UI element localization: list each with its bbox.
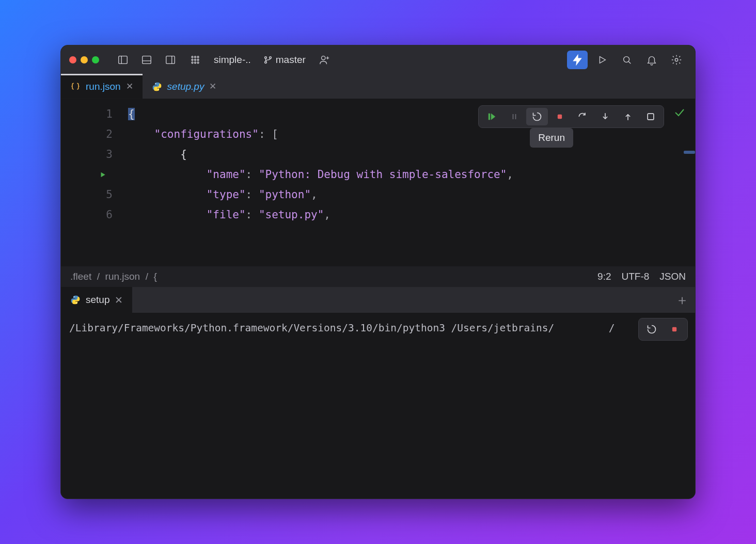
close-window-button[interactable]: [69, 56, 76, 63]
run-panel-tab[interactable]: setup ✕: [61, 287, 132, 313]
python-icon: [152, 82, 162, 92]
svg-point-11: [197, 59, 199, 61]
run-gutter-icon[interactable]: [99, 165, 106, 185]
ide-window: simple-.. master run.json✕setup.: [60, 45, 696, 499]
panel-tab-label: setup: [86, 294, 109, 306]
editor-area[interactable]: 12356 { "configurations": [ { "name": "P…: [61, 99, 695, 266]
svg-point-14: [197, 62, 199, 63]
language-indicator[interactable]: JSON: [659, 271, 686, 282]
svg-point-36: [74, 296, 75, 297]
line-number: 2: [61, 124, 128, 145]
encoding-indicator[interactable]: UTF-8: [621, 271, 649, 282]
svg-rect-38: [672, 327, 676, 331]
stop-button[interactable]: [549, 108, 571, 125]
json-icon: [70, 82, 81, 92]
svg-point-9: [192, 59, 193, 61]
terminal-toolbar: [638, 318, 688, 341]
svg-point-10: [195, 59, 196, 61]
bottom-panel-toggle[interactable]: [136, 51, 157, 69]
svg-rect-2: [143, 56, 151, 64]
branch-indicator[interactable]: master: [259, 54, 310, 66]
apps-grid-icon[interactable]: [185, 51, 206, 69]
pause-button[interactable]: [503, 108, 525, 125]
run-icon[interactable]: [592, 51, 612, 69]
tab-label: run.json: [86, 81, 121, 92]
svg-point-26: [158, 89, 159, 90]
close-icon[interactable]: ✕: [115, 294, 123, 306]
svg-point-37: [76, 302, 77, 303]
svg-rect-0: [119, 56, 128, 64]
search-icon[interactable]: [617, 51, 637, 69]
line-number: 1: [61, 104, 128, 124]
add-panel-tab-button[interactable]: ＋: [669, 287, 695, 313]
svg-rect-32: [558, 115, 562, 119]
terminal-rerun-button[interactable]: [641, 321, 663, 338]
cursor-position[interactable]: 9:2: [597, 271, 611, 282]
svg-marker-29: [491, 114, 495, 120]
project-name[interactable]: simple-..: [210, 54, 255, 66]
terminal-stop-button[interactable]: [664, 321, 685, 338]
terminal-panel[interactable]: /Library/Frameworks/Python.framework/Ver…: [61, 313, 695, 499]
step-out-button[interactable]: [617, 108, 639, 125]
minimap-indicator: [684, 151, 695, 154]
titlebar: simple-.. master: [61, 45, 695, 74]
bottom-panel-tabstrip: setup ✕ ＋: [61, 287, 695, 313]
tab-label: setup.py: [167, 81, 204, 92]
add-collaborator-icon[interactable]: [314, 51, 335, 69]
svg-rect-35: [648, 114, 654, 120]
svg-rect-28: [489, 114, 490, 120]
left-panel-toggle[interactable]: [113, 51, 133, 69]
branch-icon: [263, 55, 273, 65]
svg-point-6: [192, 56, 193, 58]
minimize-window-button[interactable]: [81, 56, 88, 63]
svg-marker-21: [600, 57, 605, 63]
analysis-ok-icon[interactable]: [673, 106, 686, 121]
smart-mode-icon[interactable]: [567, 51, 588, 69]
step-into-button[interactable]: [594, 108, 616, 125]
gutter: 12356: [61, 99, 128, 266]
rerun-tooltip: Rerun: [530, 128, 573, 148]
resume-button[interactable]: [481, 108, 502, 125]
line-number: 5: [61, 185, 128, 205]
window-controls: [69, 56, 99, 63]
code-line[interactable]: {: [128, 145, 695, 165]
svg-point-15: [264, 57, 266, 59]
editor-tab-setup-py[interactable]: setup.py✕: [143, 74, 226, 99]
svg-rect-4: [166, 56, 175, 64]
panel-toggle-group: [113, 51, 181, 69]
code-line[interactable]: "file": "setup.py",: [128, 205, 695, 225]
right-panel-toggle[interactable]: [160, 51, 181, 69]
editor-tabstrip: run.json✕setup.py✕: [61, 74, 695, 99]
svg-point-25: [155, 83, 156, 84]
breadcrumb-bar: .fleet / run.json / { 9:2 UTF-8 JSON: [61, 266, 695, 287]
debug-toolbar: [478, 105, 664, 128]
line-number: [61, 165, 128, 185]
svg-point-22: [624, 57, 629, 62]
code-line[interactable]: "name": "Python: Debug with simple-sales…: [128, 165, 695, 185]
line-number: 3: [61, 145, 128, 165]
step-over-button[interactable]: [572, 108, 593, 125]
terminal-output: /Library/Frameworks/Python.framework/Ver…: [69, 322, 687, 334]
svg-line-23: [628, 61, 631, 63]
editor-tab-run-json[interactable]: run.json✕: [61, 74, 143, 99]
svg-point-17: [269, 57, 271, 59]
settings-icon[interactable]: [666, 51, 687, 69]
zoom-window-button[interactable]: [92, 56, 99, 63]
svg-point-12: [192, 62, 193, 63]
svg-point-13: [195, 62, 196, 63]
svg-point-16: [264, 61, 266, 63]
python-icon: [70, 295, 81, 305]
svg-point-24: [675, 58, 678, 61]
close-icon[interactable]: ✕: [209, 81, 216, 92]
breadcrumb-path[interactable]: .fleet / run.json / {: [70, 271, 157, 282]
code-line[interactable]: "type": "python",: [128, 185, 695, 205]
svg-point-18: [321, 56, 325, 60]
svg-point-7: [195, 56, 196, 58]
evaluate-button[interactable]: [640, 108, 662, 125]
branch-name: master: [276, 54, 306, 66]
close-icon[interactable]: ✕: [126, 81, 133, 92]
svg-marker-27: [101, 172, 105, 177]
svg-point-8: [197, 56, 199, 58]
notifications-icon[interactable]: [641, 51, 662, 69]
rerun-button[interactable]: [526, 108, 548, 125]
